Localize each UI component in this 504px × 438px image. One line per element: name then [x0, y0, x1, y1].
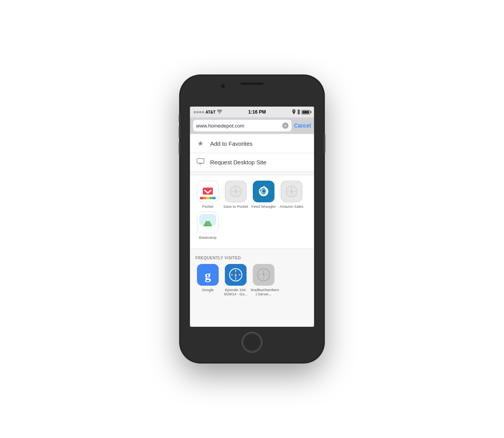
phone-screen: AT&T 1:16 PM [190, 107, 314, 327]
episode-label: Episode 104: 9/29/14 - Go... [223, 288, 249, 297]
amazon-sales-label: Amazon Sales [280, 204, 303, 209]
app-item-basecamp[interactable]: Basecamp [194, 212, 222, 240]
svg-text:g: g [205, 268, 211, 282]
home-button-area [242, 327, 262, 358]
signal-dot-1 [194, 111, 196, 113]
star-icon: ★ [196, 139, 205, 148]
bradleychambers-label: bradleychambers | Server... [251, 288, 276, 297]
content-area: ★ Add to Favorites Request Desktop Site [190, 134, 314, 327]
volume-up-button[interactable] [179, 126, 180, 138]
desktop-label: Request Desktop Site [210, 159, 266, 166]
speaker [240, 83, 264, 85]
signal-dots [194, 111, 204, 113]
signal-dot-3 [199, 111, 201, 113]
svg-rect-9 [212, 197, 216, 199]
basecamp-label: Basecamp [199, 235, 217, 240]
svg-rect-8 [209, 197, 212, 199]
power-button[interactable] [324, 134, 325, 153]
cancel-button[interactable]: Cancel [294, 122, 311, 129]
freq-item-google[interactable]: g Google [194, 264, 222, 297]
freq-item-episode[interactable]: Episode 104: 9/29/14 - Go... [222, 264, 250, 297]
menu-item-desktop[interactable]: Request Desktop Site [190, 153, 314, 172]
svg-rect-6 [203, 197, 206, 199]
amazon-sales-icon [281, 181, 302, 202]
mute-button[interactable] [179, 114, 180, 122]
carrier-label: AT&T [205, 110, 216, 114]
camera [221, 84, 225, 88]
url-bar[interactable]: www.homedepot.com ✕ [193, 120, 292, 131]
svg-rect-5 [200, 197, 203, 199]
iphone-device: AT&T 1:16 PM [180, 76, 324, 362]
location-icon [292, 109, 296, 115]
status-left: AT&T [194, 110, 222, 115]
status-right [292, 109, 310, 115]
status-time: 1:16 PM [248, 109, 266, 115]
app-item-feed-wrangler[interactable]: Feed Wrangler [250, 181, 278, 209]
google-icon: g [197, 264, 219, 286]
google-label: Google [202, 288, 214, 292]
status-bar: AT&T 1:16 PM [190, 107, 314, 117]
pocket-icon [197, 181, 219, 202]
freq-item-bradleychambers[interactable]: bradleychambers | Server... [250, 264, 278, 297]
basecamp-icon [197, 212, 219, 233]
battery-fill [302, 111, 309, 114]
save-to-pocket-label: Save to Pocket [223, 204, 248, 209]
url-clear-button[interactable]: ✕ [282, 122, 288, 129]
menu-item-favorites[interactable]: ★ Add to Favorites [190, 134, 314, 153]
freq-items: g Google [194, 264, 310, 300]
url-text: www.homedepot.com [196, 123, 282, 129]
url-bar-container: www.homedepot.com ✕ Cancel [190, 117, 314, 134]
volume-down-button[interactable] [179, 142, 180, 155]
app-grid: Pocket Sa [190, 175, 314, 249]
favorites-label: Add to Favorites [210, 140, 252, 147]
svg-rect-18 [255, 183, 272, 200]
app-item-pocket[interactable]: Pocket [194, 181, 222, 209]
app-item-save-to-pocket[interactable]: Save to Pocket [222, 181, 250, 209]
bluetooth-icon [297, 109, 300, 115]
home-button-inner [244, 334, 260, 350]
monitor-icon [196, 158, 205, 166]
feed-wrangler-label: Feed Wrangler [252, 204, 276, 209]
episode-icon [225, 264, 247, 286]
app-item-amazon-sales[interactable]: Amazon Sales [278, 181, 306, 209]
signal-dot-4 [202, 111, 204, 113]
save-to-pocket-icon [225, 181, 247, 202]
home-button[interactable] [242, 332, 262, 353]
pocket-label: Pocket [202, 204, 213, 209]
bradleychambers-icon [253, 264, 274, 286]
signal-dot-2 [197, 111, 198, 113]
wifi-icon [217, 110, 222, 115]
frequently-visited-section: FREQUENTLY VISITED g Google [190, 252, 314, 302]
frequently-visited-title: FREQUENTLY VISITED [194, 256, 310, 260]
feed-wrangler-icon [253, 181, 274, 202]
battery-icon [302, 110, 310, 114]
svg-rect-7 [206, 197, 209, 199]
svg-rect-0 [197, 159, 204, 163]
